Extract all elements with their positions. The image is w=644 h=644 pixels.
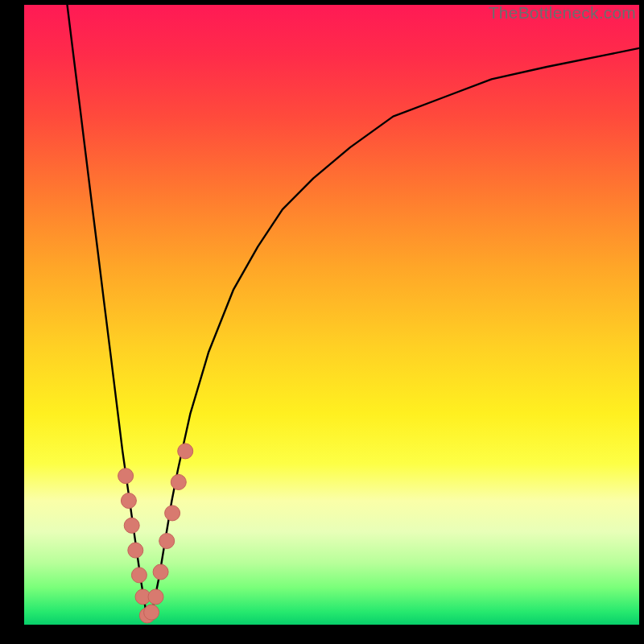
bottleneck-curve <box>68 5 640 618</box>
data-marker <box>121 493 136 509</box>
data-marker <box>131 568 147 583</box>
marker-cluster <box>118 444 193 623</box>
data-marker <box>118 469 134 484</box>
data-marker <box>128 543 143 558</box>
data-marker <box>171 474 186 489</box>
data-marker <box>144 605 159 620</box>
plot-area <box>24 5 639 625</box>
data-marker <box>124 518 139 533</box>
watermark-text: TheBottleneck.com <box>489 3 636 23</box>
chart-frame: TheBottleneck.com <box>0 0 644 644</box>
curve-path <box>68 5 640 618</box>
data-marker <box>165 506 180 521</box>
data-marker <box>153 564 168 580</box>
data-marker <box>159 534 175 549</box>
data-marker <box>178 444 193 459</box>
chart-svg <box>24 5 639 625</box>
data-marker <box>148 589 163 605</box>
